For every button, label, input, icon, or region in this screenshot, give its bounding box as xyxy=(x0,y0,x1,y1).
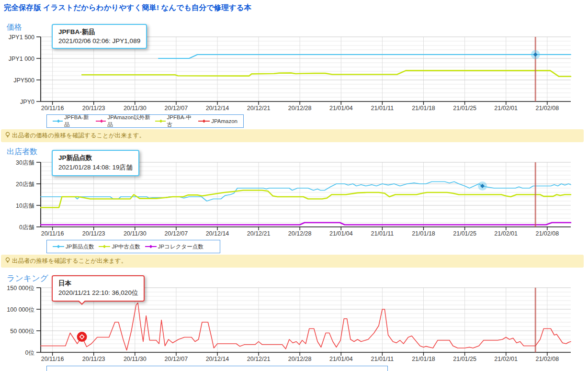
ranking-tooltip: 日本 2020/11/21 22:10: 36,020位 xyxy=(52,275,145,302)
legend-item-label: JP新品点数 xyxy=(66,243,94,250)
series-line-1 xyxy=(41,191,571,208)
x-tick-label: 20/11/30 xyxy=(124,356,147,362)
banner-text: 出品者の推移を確認することが出来ます。 xyxy=(12,257,127,265)
sellers-legend: JP新品点数JP中古点数JPコレクター点数 xyxy=(46,240,220,253)
x-tick-label: 21/01/04 xyxy=(329,105,353,112)
x-tick-label: 21/02/08 xyxy=(535,230,559,237)
series-marker-icon xyxy=(145,244,157,249)
legend-item[interactable]: JPAmazon xyxy=(198,118,237,124)
price-tooltip: JPFBA-新品 2021/02/06 02:06: JPY1,089 xyxy=(52,24,147,49)
sellers-hint-banner: 出品者の推移を確認することが出来ます。 xyxy=(1,255,584,268)
y-tick-label: JPY500 xyxy=(13,77,34,84)
x-tick-label: 21/01/25 xyxy=(453,105,476,112)
price-hint-banner: 出品者の価格の推移を確認することが出来ます。 xyxy=(1,129,584,142)
series-marker-icon xyxy=(99,244,110,249)
legend-item[interactable]: JP中古点数 xyxy=(99,243,140,250)
y-tick-label: 100 000位 xyxy=(7,306,34,313)
legend-item[interactable]: JP新品点数 xyxy=(53,243,94,250)
x-tick-label: 20/12/21 xyxy=(247,356,271,362)
x-tick-label: 21/01/11 xyxy=(371,356,394,362)
x-tick-label: 21/01/18 xyxy=(412,105,435,112)
x-tick-label: 21/02/01 xyxy=(494,230,518,237)
legend-item-label: JPFBA-新品 xyxy=(64,114,91,128)
x-tick-label: 21/02/08 xyxy=(535,105,559,112)
legend-item[interactable]: JPコレクター点数 xyxy=(145,243,204,250)
y-tick-label: JPY0 xyxy=(20,99,34,105)
x-tick-label: 20/11/23 xyxy=(82,105,105,112)
x-tick-label: 21/01/04 xyxy=(329,230,353,237)
x-tick-label: 21/01/11 xyxy=(371,105,394,112)
y-tick-label: 150 000位 xyxy=(7,285,34,292)
series-line-2 xyxy=(41,223,571,225)
section-label-sellers: 出店者数 xyxy=(7,147,37,157)
x-tick-label: 21/01/18 xyxy=(412,356,435,362)
x-tick-label: 20/11/16 xyxy=(41,356,64,362)
x-tick-label: 20/12/14 xyxy=(206,230,229,237)
ranking-legend: 日本 xyxy=(46,366,388,371)
legend-item-label: JP中古点数 xyxy=(112,243,140,250)
product-chart-page: 完全保存版 イラストだからわかりやすく簡単! なんでも自分で修理する本 価格 J… xyxy=(0,0,588,371)
x-tick-label: 21/02/08 xyxy=(535,356,559,362)
legend-item[interactable]: JPFBA-新品 xyxy=(53,114,91,128)
y-tick-label: JPY1 000 xyxy=(9,56,34,62)
series-marker-icon xyxy=(96,119,106,124)
x-tick-label: 20/11/16 xyxy=(41,105,64,112)
x-tick-label: 20/12/07 xyxy=(165,356,188,362)
series-marker-icon xyxy=(155,119,165,124)
product-title-link[interactable]: 完全保存版 イラストだからわかりやすく簡単! なんでも自分で修理する本 xyxy=(4,3,251,13)
lightbulb-icon xyxy=(5,257,11,265)
legend-item[interactable]: JPAmazon以外新品 xyxy=(96,114,150,128)
x-tick-label: 21/02/01 xyxy=(494,105,518,112)
x-tick-label: 20/11/23 xyxy=(82,356,105,362)
y-tick-label: 10店舗 xyxy=(16,202,34,209)
sellers-tooltip: JP新品点数 2021/01/28 14:08: 19店舗 xyxy=(52,150,139,176)
series-line-0 xyxy=(158,55,571,58)
series-marker-icon xyxy=(53,244,64,249)
x-tick-label: 20/12/07 xyxy=(165,105,188,112)
y-tick-label: 50 000位 xyxy=(10,328,34,335)
hover-marker-circle xyxy=(77,332,87,342)
section-label-ranking: ランキング xyxy=(7,273,48,284)
x-tick-label: 20/11/30 xyxy=(124,105,147,112)
y-tick-label: 0店舗 xyxy=(19,224,34,231)
x-tick-label: 20/12/14 xyxy=(206,356,229,362)
x-tick-label: 20/11/30 xyxy=(124,230,147,237)
x-tick-label: 20/12/07 xyxy=(165,230,188,237)
lightbulb-icon xyxy=(5,132,11,140)
x-tick-label: 21/01/04 xyxy=(329,356,353,362)
x-tick-label: 20/11/16 xyxy=(41,230,64,237)
tooltip-value: 2021/01/28 14:08: 19店舗 xyxy=(58,163,133,172)
legend-item-label: JPFBA-中古 xyxy=(167,114,194,128)
banner-text: 出品者の価格の推移を確認することが出来ます。 xyxy=(12,132,145,140)
legend-item[interactable]: JPFBA-中古 xyxy=(155,114,193,128)
legend-item-label: JPAmazon xyxy=(211,118,237,124)
x-tick-label: 21/01/25 xyxy=(453,230,476,237)
x-tick-label: 20/11/23 xyxy=(82,230,105,237)
x-tick-label: 20/12/28 xyxy=(288,230,312,237)
x-tick-label: 20/12/21 xyxy=(247,105,271,112)
x-tick-label: 20/12/21 xyxy=(247,230,271,237)
price-legend: JPFBA-新品JPAmazon以外新品JPFBA-中古JPAmazon xyxy=(46,114,244,128)
y-tick-label: 0位 xyxy=(25,349,35,356)
series-marker-icon xyxy=(53,119,63,124)
tooltip-series-name: JP新品点数 xyxy=(58,154,133,162)
tooltip-value: 2021/02/06 02:06: JPY1,089 xyxy=(58,37,140,45)
legend-item-label: JPAmazon以外新品 xyxy=(107,114,150,128)
x-tick-label: 21/01/18 xyxy=(412,230,435,237)
y-tick-label: JPY1 500 xyxy=(9,34,34,41)
y-tick-label: 20店舗 xyxy=(16,181,34,188)
x-tick-label: 21/01/25 xyxy=(453,356,476,362)
tooltip-series-name: JPFBA-新品 xyxy=(58,28,140,36)
tooltip-series-name: 日本 xyxy=(58,279,138,288)
x-tick-label: 20/12/28 xyxy=(288,105,312,112)
x-tick-label: 21/01/11 xyxy=(371,230,394,237)
legend-item-label: JPコレクター点数 xyxy=(158,243,204,250)
section-label-price: 価格 xyxy=(7,22,22,33)
y-tick-label: 30店舗 xyxy=(16,159,34,166)
x-tick-label: 20/12/14 xyxy=(206,105,229,112)
series-marker-icon xyxy=(198,119,210,124)
x-tick-label: 21/02/01 xyxy=(494,356,518,362)
tooltip-value: 2020/11/21 22:10: 36,020位 xyxy=(58,289,138,297)
x-tick-label: 20/12/28 xyxy=(288,356,312,362)
